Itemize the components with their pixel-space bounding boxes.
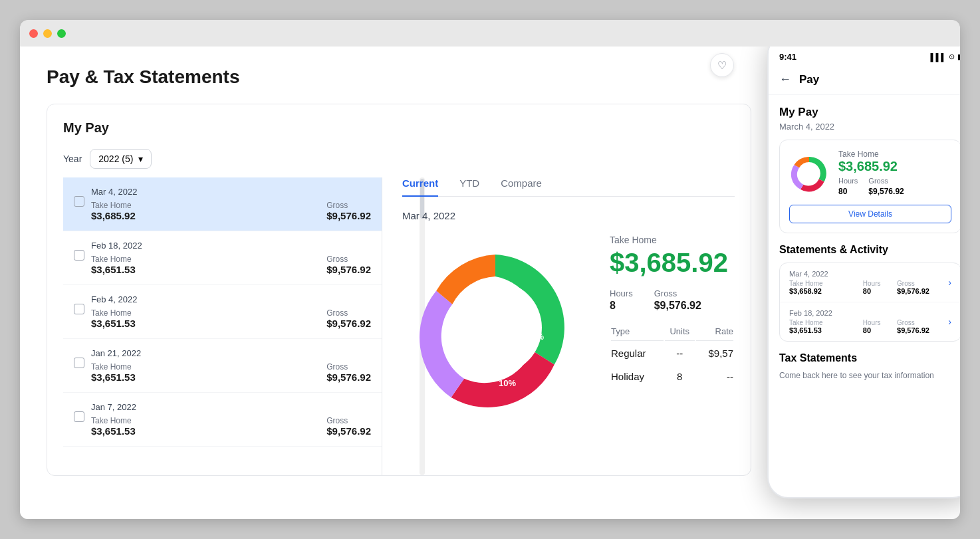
phone-stmt-date-1: Mar 4, 2022 [789,270,948,278]
phone-header-title: Pay [799,73,819,86]
phone-stmt-date-2: Feb 18, 2022 [789,309,948,317]
pay-item-checkbox-3[interactable] [74,358,84,368]
rate-cell-1: -- [696,366,733,387]
app-window: Pay & Tax Statements ♡ My Pay Year 2022 … [20,20,960,519]
svg-text:38%: 38% [457,312,474,322]
phone-stmt-item-1[interactable]: Mar 4, 2022 Take Home $3,658.92 Hours 80 [780,263,960,302]
phone-stmt-takehome-1: Take Home $3,658.92 [789,279,856,295]
year-label: Year [63,154,82,164]
earnings-row-0: Regular -- $9,57 [611,342,733,364]
chevron-right-icon-1: › [948,277,951,288]
svg-point-0 [449,281,542,374]
phone-stmt-takehome-2: Take Home $3,651.53 [789,318,856,334]
pay-item-row-2: Take Home $3,651.53 Gross $9,576.92 [91,308,371,329]
pay-item-checkbox-1[interactable] [74,250,84,261]
pay-item-date-0: Mar 4, 2022 [91,187,371,197]
titlebar [20,20,960,47]
signal-icon: ▌▌▌ [931,53,946,61]
detail-date: Mar 4, 2022 [402,210,735,221]
pay-item-checkbox-2[interactable] [74,304,84,314]
minimize-button[interactable] [43,29,52,38]
gross-value: $9,576.92 [654,300,701,312]
year-select[interactable]: 2022 (5) ▾ [90,149,152,169]
svg-point-5 [800,164,818,183]
pay-list-item-0[interactable]: Mar 4, 2022 Take Home $3,685.92 Gross $9… [63,177,382,231]
maximize-button[interactable] [57,29,66,38]
gross-label: Gross [654,288,701,298]
close-button[interactable] [29,29,38,38]
traffic-lights [29,29,66,38]
phone-my-pay-date: March 4, 2022 [779,122,960,132]
detail-panel: Current YTD Compare Mar 4, 2022 [386,158,751,475]
pay-list-item-1[interactable]: Feb 18, 2022 Take Home $3,651.53 Gross $… [63,231,382,285]
tab-compare[interactable]: Compare [501,171,542,197]
phone-take-home-label: Take Home [838,150,904,159]
pay-item-takehome-4: Take Home $3,651.53 [91,416,136,437]
rate-cell-0: $9,57 [696,342,733,364]
pay-list: Mar 4, 2022 Take Home $3,685.92 Gross $9… [63,177,382,475]
phone-take-home-amount: $3,685.92 [838,159,904,174]
phone-overlay: 9:41 ▌▌▌ ⊙ ▮ ← Pay My Pay March 4, 2022 [767,47,960,498]
phone-my-pay-title: My Pay [779,106,960,119]
pay-item-checkbox-4[interactable] [74,411,84,422]
detail-body: 38% 33% 17% 10% Take Home $3,685.92 Hour… [402,235,735,421]
stat-row: Hours 8 Gross $9,576.92 [610,288,735,312]
phone-time: 9:41 [779,52,796,62]
pay-item-gross-3: Gross $9,576.92 [326,362,371,383]
phone-stmt-hours-1: Hours 80 [863,279,890,295]
phone-stmt-item-2[interactable]: Feb 18, 2022 Take Home $3,651.53 Hours 8… [780,302,960,341]
pay-item-row-3: Take Home $3,651.53 Gross $9,576.92 [91,362,371,383]
pay-item-info-2: Feb 4, 2022 Take Home $3,651.53 Gross $9… [91,294,371,329]
year-value: 2022 (5) [98,154,133,164]
pay-item-takehome-2: Take Home $3,651.53 [91,308,136,329]
units-cell-0: -- [665,342,695,364]
phone-stmt-gross-2: Gross $9,576.92 [897,318,948,334]
pay-item-gross-4: Gross $9,576.92 [326,416,371,437]
hours-stat: Hours 8 [610,288,633,312]
phone-donut-row: Take Home $3,685.92 Hours 80 Gross $9,57… [789,150,951,197]
units-cell-1: 8 [665,366,695,387]
pay-list-item-2[interactable]: Feb 4, 2022 Take Home $3,651.53 Gross $9… [63,285,382,339]
earnings-row-1: Holiday 8 -- [611,366,733,387]
phone-take-home-block: Take Home $3,685.92 Hours 80 Gross $9,57… [838,150,904,197]
pay-item-takehome-3: Take Home $3,651.53 [91,362,136,383]
pay-item-info-1: Feb 18, 2022 Take Home $3,651.53 Gross $… [91,241,371,275]
pay-list-item-4[interactable]: Jan 7, 2022 Take Home $3,651.53 Gross $9… [63,393,382,447]
col-rate: Rate [696,326,733,341]
tab-bar: Current YTD Compare [402,171,735,197]
main-card: My Pay Year 2022 (5) ▾ Mar 4, 2022 Take … [47,104,751,476]
pay-item-checkbox-0[interactable] [74,196,84,207]
pay-item-date-4: Jan 7, 2022 [91,402,371,412]
view-details-button[interactable]: View Details [789,205,951,223]
hours-value: 8 [610,300,633,312]
svg-text:17%: 17% [460,366,477,376]
phone-mini-stats: Hours 80 Gross $9,576.92 [838,177,904,197]
pay-item-row-1: Take Home $3,651.53 Gross $9,576.92 [91,255,371,275]
phone-stmt-row-1: Take Home $3,658.92 Hours 80 Gross $9,57… [789,279,948,295]
phone-tax-title: Tax Statements [779,352,960,364]
pay-list-item-3[interactable]: Jan 21, 2022 Take Home $3,651.53 Gross $… [63,339,382,393]
pay-item-row-0: Take Home $3,685.92 Gross $9,576.92 [91,201,371,221]
window-content: Pay & Tax Statements ♡ My Pay Year 2022 … [20,47,960,519]
pay-item-gross-0: Gross $9,576.92 [326,201,371,221]
tab-ytd[interactable]: YTD [459,171,479,197]
tab-current[interactable]: Current [402,171,438,197]
phone-status-icons: ▌▌▌ ⊙ ▮ [931,53,960,61]
pay-item-gross-1: Gross $9,576.92 [326,255,371,275]
back-button[interactable]: ← [779,72,791,86]
wifi-icon: ⊙ [949,53,955,61]
type-cell-1: Holiday [611,366,664,387]
svg-text:10%: 10% [499,378,516,388]
donut-chart: 38% 33% 17% 10% [402,235,588,421]
phone-header: ← Pay [769,67,960,95]
detail-stats: Take Home $3,685.92 Hours 8 Gross $9,576… [610,235,735,389]
gross-stat: Gross $9,576.92 [654,288,701,312]
pay-item-info-3: Jan 21, 2022 Take Home $3,651.53 Gross $… [91,348,371,383]
pay-item-date-1: Feb 18, 2022 [91,241,371,251]
battery-icon: ▮ [957,53,960,61]
favorite-button[interactable]: ♡ [710,53,734,77]
earnings-table: Type Units Rate Regular -- $9,57 Holiday… [610,325,735,389]
phone-pay-card: Take Home $3,685.92 Hours 80 Gross $9,57… [779,140,960,233]
take-home-label: Take Home [610,235,735,245]
pay-item-row-4: Take Home $3,651.53 Gross $9,576.92 [91,416,371,437]
